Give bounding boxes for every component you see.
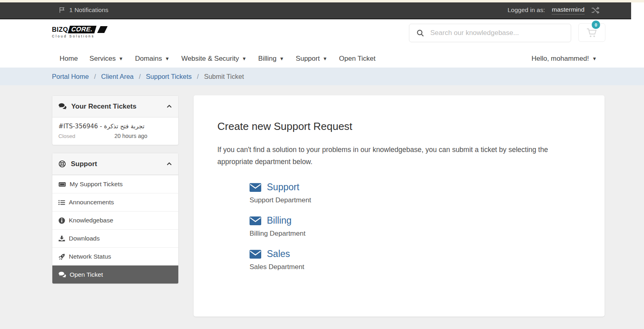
nav-item-home[interactable]: Home: [60, 55, 78, 63]
sidebar-item-label: My Support Tickets: [70, 181, 123, 188]
cart-icon: [586, 28, 597, 38]
sidebar-item-my-support-tickets[interactable]: My Support Tickets: [52, 175, 178, 193]
envelope-icon: [250, 250, 261, 259]
sidebar: Your Recent Tickets #ITS-356946 - تجربة …: [52, 95, 179, 292]
recent-tickets-panel: Your Recent Tickets #ITS-356946 - تجربة …: [52, 95, 179, 145]
shuffle-icon[interactable]: [591, 6, 600, 14]
user-greeting-menu[interactable]: Hello, mohammed! ▼: [531, 50, 597, 68]
support-panel: Support My Support Tickets Announce: [52, 153, 179, 284]
flag-icon: [58, 6, 66, 14]
logo-primary-text: BIZQ: [52, 26, 68, 33]
list-icon: [58, 199, 65, 206]
main-nav: Home Services▼ Domains▼ Website & Securi…: [60, 50, 376, 68]
rocket-icon: [58, 253, 65, 260]
caret-down-icon: ▼: [165, 56, 170, 61]
logo-tagline: Cloud Solutions: [52, 34, 107, 38]
breadcrumb-separator: /: [197, 73, 199, 80]
chevron-up-icon: [166, 103, 172, 109]
nav-item-domains[interactable]: Domains▼: [135, 55, 169, 63]
envelope-icon: [250, 183, 261, 192]
sidebar-item-knowledgebase[interactable]: Knowledgebase: [52, 211, 178, 229]
search-icon: [416, 29, 424, 37]
nav-item-open-ticket[interactable]: Open Ticket: [339, 55, 376, 63]
sidebar-item-label: Announcements: [69, 199, 114, 206]
caret-down-icon: ▼: [592, 56, 597, 61]
info-circle-icon: [58, 217, 65, 224]
sidebar-item-network-status[interactable]: Network Status: [52, 247, 178, 265]
department-description: Billing Department: [250, 230, 580, 238]
download-icon: [58, 235, 65, 242]
main-content-card: Create new Support Request If you can't …: [194, 95, 605, 317]
caret-down-icon: ▼: [242, 56, 247, 61]
department-billing-link[interactable]: Billing: [250, 215, 580, 226]
recent-tickets-title: Your Recent Tickets: [71, 103, 136, 111]
nav-item-services[interactable]: Services▼: [89, 55, 123, 63]
department-support: Support Support Department: [250, 182, 580, 204]
envelope-icon: [250, 216, 261, 225]
sidebar-item-label: Knowledgebase: [69, 217, 113, 224]
sidebar-item-downloads[interactable]: Downloads: [52, 229, 178, 247]
search-input[interactable]: [430, 29, 565, 37]
support-panel-title: Support: [71, 160, 97, 168]
department-sales: Sales Sales Department: [250, 249, 580, 271]
support-panel-header[interactable]: Support: [52, 153, 178, 175]
breadcrumb-portal-home[interactable]: Portal Home: [52, 73, 89, 80]
page-title: Create new Support Request: [217, 120, 580, 133]
cart-count-badge: 0: [592, 21, 600, 29]
life-ring-icon: [58, 160, 66, 168]
topbar-wrap: 1 Notifications Logged in as: mastermind: [0, 2, 644, 19]
sidebar-item-open-ticket[interactable]: Open Ticket: [52, 265, 178, 284]
sidebar-item-label: Open Ticket: [70, 271, 103, 278]
ticket-time: 20 hours ago: [114, 133, 147, 139]
notifications-button[interactable]: 1 Notifications: [58, 6, 108, 14]
caret-down-icon: ▼: [279, 56, 284, 61]
username-link[interactable]: mastermind: [552, 6, 584, 14]
caret-down-icon: ▼: [119, 56, 124, 61]
comments-icon: [58, 271, 66, 278]
breadcrumb-support-tickets[interactable]: Support Tickets: [146, 73, 192, 80]
breadcrumb-separator: /: [139, 73, 141, 80]
recent-ticket-item[interactable]: #ITS-356946 - تجربة فتح تذكرة Closed 20 …: [52, 117, 178, 145]
logged-in-as-label: Logged in as:: [508, 6, 545, 14]
topbar: 1 Notifications Logged in as: mastermind: [0, 2, 631, 19]
nav-item-support[interactable]: Support▼: [296, 55, 327, 63]
logo[interactable]: BIZQ CORE. Cloud Solutions: [52, 26, 107, 38]
breadcrumb: Portal Home / Client Area / Support Tick…: [0, 68, 644, 85]
department-sales-link[interactable]: Sales: [250, 249, 580, 259]
chevron-up-icon: [166, 161, 172, 167]
department-description: Support Department: [250, 196, 580, 204]
sidebar-item-announcements[interactable]: Announcements: [52, 193, 178, 211]
logo-secondary-text: CORE.: [68, 26, 97, 33]
notifications-label: 1 Notifications: [69, 6, 108, 14]
comments-icon: [58, 103, 66, 110]
department-name: Sales: [267, 249, 290, 259]
cart-button[interactable]: 0: [578, 23, 605, 42]
ticket-title: #ITS-356946 - تجربة فتح تذكرة: [58, 123, 172, 130]
recent-tickets-header[interactable]: Your Recent Tickets: [52, 96, 178, 117]
greeting-label: Hello, mohammed!: [531, 55, 589, 63]
logo-stripe: [97, 26, 107, 33]
site-header: BIZQ CORE. Cloud Solutions 0 Home Servic…: [0, 19, 644, 68]
sidebar-item-label: Downloads: [69, 235, 100, 242]
department-name: Support: [267, 182, 299, 193]
ticket-icon: [58, 181, 66, 187]
nav-item-billing[interactable]: Billing▼: [258, 55, 284, 63]
sidebar-item-label: Network Status: [69, 253, 111, 260]
breadcrumb-separator: /: [94, 73, 96, 80]
department-list: Support Support Department Billing Billi…: [250, 182, 580, 271]
breadcrumb-client-area[interactable]: Client Area: [101, 73, 134, 80]
department-name: Billing: [267, 215, 291, 226]
breadcrumb-current: Submit Ticket: [204, 73, 244, 80]
knowledgebase-search: [409, 24, 571, 42]
page-description: If you can't find a solution to your pro…: [217, 144, 568, 168]
department-description: Sales Department: [250, 263, 580, 271]
caret-down-icon: ▼: [322, 56, 327, 61]
department-support-link[interactable]: Support: [250, 182, 580, 193]
ticket-status: Closed: [58, 133, 75, 139]
department-billing: Billing Billing Department: [250, 215, 580, 238]
nav-item-website-security[interactable]: Website & Security▼: [181, 55, 246, 63]
